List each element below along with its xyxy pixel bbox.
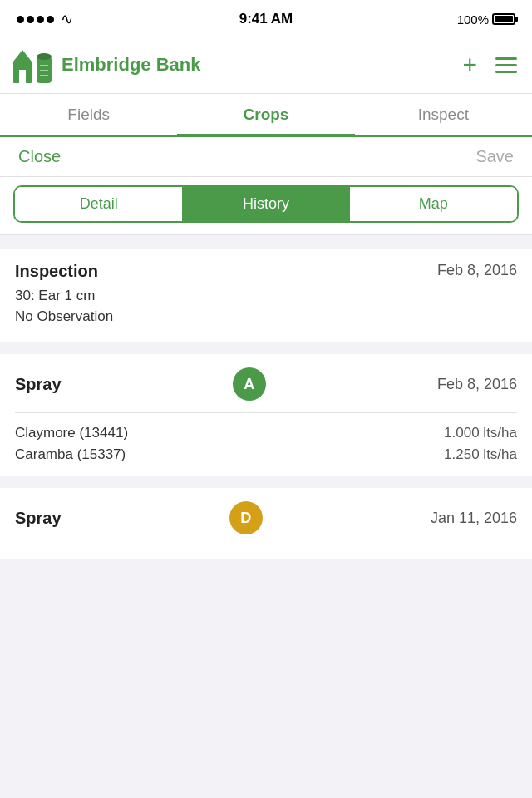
- battery-percent: 100%: [457, 12, 489, 27]
- svg-rect-6: [40, 70, 48, 71]
- segment-history[interactable]: History: [182, 187, 349, 221]
- tab-crops[interactable]: Crops: [177, 94, 354, 137]
- svg-rect-5: [40, 65, 48, 66]
- status-bar: ∿ 9:41 AM 100%: [0, 0, 532, 37]
- chem-amount-1: 1.000 lts/ha: [444, 425, 517, 441]
- spray-card-1-header: Spray A Feb 8, 2016: [15, 367, 517, 401]
- spray-card-1: Spray A Feb 8, 2016 Claymore (13441) 1.0…: [0, 354, 532, 476]
- inspection-type-label: Inspection: [15, 262, 98, 281]
- app-header: Elmbridge Bank +: [0, 37, 532, 94]
- spray-top-row-2: Spray D Jan 11, 2016: [15, 501, 517, 534]
- status-right: 100%: [457, 12, 515, 27]
- spray-date-2: Jan 11, 2016: [431, 510, 517, 527]
- signal-dots: [17, 12, 57, 27]
- spray-top-row-1: Spray A Feb 8, 2016: [15, 367, 517, 401]
- menu-button[interactable]: [495, 57, 517, 73]
- segment-control: Detail History Map: [0, 177, 532, 235]
- svg-point-4: [37, 53, 52, 60]
- svg-rect-2: [19, 70, 26, 83]
- battery-icon: [492, 13, 515, 25]
- spray-card-2-inner: Spray D Jan 11, 2016: [0, 488, 532, 559]
- spray-card-1-inner: Spray A Feb 8, 2016 Claymore (13441) 1.0…: [0, 354, 532, 476]
- tab-fields[interactable]: Fields: [0, 94, 177, 135]
- nav-tabs: Fields Crops Inspect: [0, 94, 532, 137]
- spray-type-label-1: Spray: [15, 375, 62, 394]
- chemical-row-1: Claymore (13441) 1.000 lts/ha: [15, 425, 517, 441]
- app-title: Elmbridge Bank: [62, 54, 200, 76]
- segment-inner: Detail History Map: [13, 185, 519, 223]
- inspection-detail-2: No Observation: [15, 308, 517, 325]
- tab-inspect[interactable]: Inspect: [355, 94, 532, 135]
- spray-date-1: Feb 8, 2016: [437, 376, 517, 393]
- segment-detail[interactable]: Detail: [15, 187, 182, 221]
- svg-marker-1: [13, 50, 32, 62]
- svg-rect-7: [40, 75, 48, 76]
- divider-1: [15, 412, 517, 413]
- spray-badge-2: D: [229, 501, 263, 534]
- inspection-card-inner: Inspection Feb 8, 2016 30: Ear 1 cm No O…: [0, 249, 532, 342]
- add-button[interactable]: +: [462, 52, 477, 77]
- spray-type-label-2: Spray: [15, 509, 62, 528]
- spray-card-2: Spray D Jan 11, 2016: [0, 488, 532, 559]
- logo-container: Elmbridge Bank: [12, 45, 200, 85]
- chem-name-2: Caramba (15337): [15, 446, 126, 463]
- inspection-card: Inspection Feb 8, 2016 30: Ear 1 cm No O…: [0, 249, 532, 342]
- spray-badge-1: A: [233, 367, 266, 401]
- inspection-date: Feb 8, 2016: [437, 262, 517, 279]
- spray-card-2-header: Spray D Jan 11, 2016: [15, 501, 517, 534]
- status-left: ∿: [17, 10, 73, 28]
- chemical-row-2: Caramba (15337) 1.250 lts/ha: [15, 446, 517, 463]
- history-content: Inspection Feb 8, 2016 30: Ear 1 cm No O…: [0, 235, 532, 573]
- chem-name-1: Claymore (13441): [15, 425, 128, 441]
- farm-logo-icon: [12, 45, 55, 85]
- chem-amount-2: 1.250 lts/ha: [444, 446, 517, 463]
- header-actions: +: [462, 52, 517, 77]
- save-button[interactable]: Save: [475, 147, 514, 166]
- action-bar: Close Save: [0, 137, 532, 177]
- wifi-icon: ∿: [61, 10, 73, 28]
- segment-map[interactable]: Map: [350, 187, 517, 221]
- inspection-card-header: Inspection Feb 8, 2016: [15, 262, 517, 281]
- status-time: 9:41 AM: [239, 11, 293, 27]
- inspection-detail-1: 30: Ear 1 cm: [15, 288, 517, 304]
- close-button[interactable]: Close: [18, 147, 61, 166]
